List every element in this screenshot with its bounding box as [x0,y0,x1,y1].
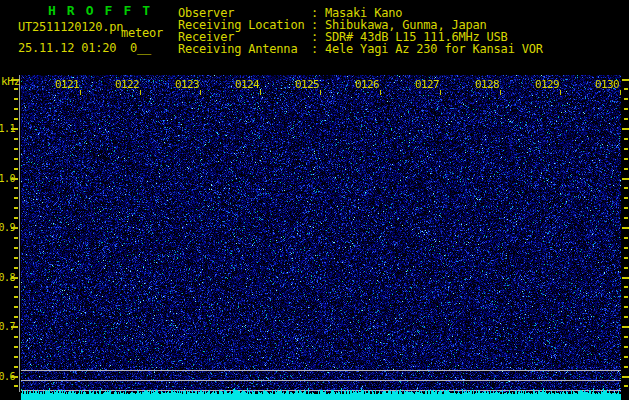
time-label-0127: 0127 [410,78,439,91]
time-label-0124: 0124 [230,78,259,91]
left-minor-freq-tick [14,356,18,358]
right-major-freq-tick [622,227,629,229]
app-title: H R O F F T [48,3,152,18]
left-major-freq-tick [11,178,18,180]
time-label-0128: 0128 [470,78,499,91]
left-minor-freq-tick [14,247,18,249]
left-minor-freq-tick [14,267,18,269]
left-minor-freq-tick [14,296,18,298]
right-minor-freq-tick [624,296,628,298]
right-minor-freq-tick [624,187,628,189]
right-minor-freq-tick [624,247,628,249]
left-major-freq-tick [11,227,18,229]
left-minor-freq-tick [14,108,18,110]
right-minor-freq-tick [624,306,628,308]
left-minor-freq-tick [14,306,18,308]
time-label-0121: 0121 [50,78,79,91]
right-minor-freq-tick [624,207,628,209]
echo-counter: 0__ [130,41,151,55]
right-minor-freq-tick [624,316,628,318]
right-minor-freq-tick [624,148,628,150]
left-minor-freq-tick [14,207,18,209]
right-major-freq-tick [622,277,629,279]
left-minor-freq-tick [14,366,18,368]
right-minor-freq-tick [624,346,628,348]
right-major-freq-tick [622,326,629,328]
left-minor-freq-tick [14,88,18,90]
left-minor-freq-tick [14,148,18,150]
time-label-0123: 0123 [170,78,199,91]
left-minor-freq-tick [14,118,18,120]
output-filename: UT2511120120.pn [18,20,123,34]
right-minor-freq-tick [624,356,628,358]
left-minor-freq-tick [14,158,18,160]
time-label-0125: 0125 [290,78,319,91]
left-major-freq-tick [11,79,18,81]
time-label-0130: 0130 [590,78,619,91]
left-minor-freq-tick [14,336,18,338]
left-minor-freq-tick [14,257,18,259]
right-minor-freq-tick [624,158,628,160]
left-major-freq-tick [11,128,18,130]
right-minor-freq-tick [624,366,628,368]
right-major-freq-tick [622,178,629,180]
right-major-freq-tick [622,79,629,81]
right-minor-freq-tick [624,286,628,288]
right-minor-freq-tick [624,267,628,269]
right-minor-freq-tick [624,108,628,110]
left-minor-freq-tick [14,346,18,348]
left-minor-freq-tick [14,237,18,239]
left-minor-freq-tick [14,138,18,140]
left-minor-freq-tick [14,187,18,189]
right-minor-freq-tick [624,257,628,259]
frequency-axis-line [19,75,20,392]
right-minor-freq-tick [624,237,628,239]
station-label: meteor [121,26,163,40]
time-label-0122: 0122 [110,78,139,91]
colon: : [311,42,318,56]
time-label-0126: 0126 [350,78,379,91]
right-minor-freq-tick [624,168,628,170]
left-minor-freq-tick [14,316,18,318]
info-value-receiving-antenna: 4ele Yagi Az 230 for Kansai VOR [325,42,543,56]
right-major-freq-tick [622,128,629,130]
hrofft-output-image: { "app": { "title": "H R O F F T", "colo… [0,0,629,400]
left-minor-freq-tick [14,217,18,219]
spectrogram-canvas [21,75,621,400]
right-minor-freq-tick [624,98,628,100]
left-major-freq-tick [11,376,18,378]
right-minor-freq-tick [624,385,628,387]
left-minor-freq-tick [14,197,18,199]
frequency-unit-label: kHz [1,75,20,88]
right-minor-freq-tick [624,217,628,219]
left-major-freq-tick [11,326,18,328]
right-minor-freq-tick [624,138,628,140]
info-label-receiving-antenna: Receiving Antenna [178,42,297,56]
observation-datetime: 25.11.12 01:20 [18,41,116,55]
left-minor-freq-tick [14,286,18,288]
left-minor-freq-tick [14,98,18,100]
left-minor-freq-tick [14,385,18,387]
right-minor-freq-tick [624,88,628,90]
right-major-freq-tick [622,376,629,378]
left-minor-freq-tick [14,168,18,170]
time-label-0129: 0129 [530,78,559,91]
right-minor-freq-tick [624,118,628,120]
left-major-freq-tick [11,277,18,279]
right-minor-freq-tick [624,336,628,338]
right-minor-freq-tick [624,197,628,199]
